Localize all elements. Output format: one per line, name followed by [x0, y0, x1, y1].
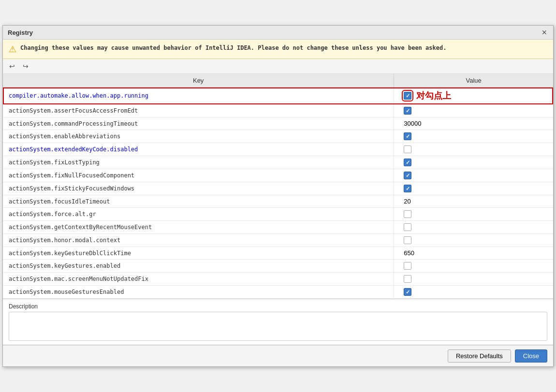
table-row: actionSystem.fixLostTyping [3, 156, 553, 169]
table-row: actionSystem.mouseGesturesEnabled [3, 286, 553, 299]
checkbox[interactable] [404, 185, 411, 192]
table-row: actionSystem.fixStickyFocusedWindows [3, 182, 553, 195]
checkbox[interactable] [404, 275, 411, 283]
value-cell[interactable] [394, 260, 553, 273]
description-label: Description [9, 303, 547, 310]
key-cell: actionSystem.extendedKeyCode.disabled [3, 143, 394, 156]
key-cell: actionSystem.honor.modal.context [3, 234, 394, 247]
value-cell[interactable] [394, 273, 553, 286]
redo-button[interactable]: ↪ [20, 61, 31, 72]
checkbox[interactable] [404, 107, 411, 115]
registry-table: Key Value compiler.automake.allow.when.a… [3, 74, 553, 299]
value-cell: 20 [394, 195, 553, 208]
table-row: actionSystem.extendedKeyCode.disabled [3, 143, 553, 156]
dialog-title: Registry [8, 29, 33, 36]
col-value-header: Value [394, 74, 553, 87]
key-cell: actionSystem.mac.screenMenuNotUpdatedFix [3, 273, 394, 286]
checkbox[interactable] [404, 210, 411, 218]
table-body: compiler.automake.allow.when.app.running… [3, 87, 553, 299]
registry-dialog: Registry ✕ ⚠ Changing these values may c… [2, 25, 554, 367]
table-header-row: Key Value [3, 74, 553, 87]
key-cell: actionSystem.force.alt.gr [3, 208, 394, 221]
close-button[interactable]: Close [515, 349, 547, 363]
key-cell: actionSystem.focusIdleTimeout [3, 195, 394, 208]
key-cell: actionSystem.keyGestureDblClickTime [3, 247, 394, 260]
value-cell[interactable] [394, 156, 553, 169]
checkbox[interactable] [404, 236, 411, 244]
key-cell: actionSystem.enableAbbreviations [3, 130, 394, 143]
footer: Restore Defaults Close [3, 345, 553, 366]
table-row: actionSystem.mac.screenMenuNotUpdatedFix [3, 273, 553, 286]
value-cell[interactable] [394, 208, 553, 221]
key-cell: actionSystem.keyGestures.enabled [3, 260, 394, 273]
value-cell[interactable] [394, 130, 553, 143]
value-cell[interactable] [394, 221, 553, 234]
table-row: actionSystem.keyGestures.enabled [3, 260, 553, 273]
toolbar: ↩ ↪ [3, 59, 553, 74]
value-cell[interactable] [394, 286, 553, 299]
table-row: actionSystem.enableAbbreviations [3, 130, 553, 143]
checkbox[interactable] [404, 172, 411, 179]
col-key-header: Key [3, 74, 394, 87]
checkbox[interactable] [404, 288, 411, 296]
checkbox[interactable] [404, 132, 411, 140]
checkbox[interactable] [404, 92, 411, 100]
close-icon[interactable]: ✕ [541, 29, 548, 36]
key-cell: compiler.automake.allow.when.app.running [3, 87, 394, 104]
checkbox[interactable] [404, 223, 411, 231]
description-section: Description [3, 299, 553, 345]
key-cell: actionSystem.assertFocusAccessFromEdt [3, 104, 394, 117]
value-cell[interactable] [394, 182, 553, 195]
checkbox[interactable] [404, 262, 411, 270]
table-row: actionSystem.fixNullFocusedComponent [3, 169, 553, 182]
value-cell[interactable] [394, 143, 553, 156]
table-row: actionSystem.force.alt.gr [3, 208, 553, 221]
title-bar: Registry ✕ [3, 26, 553, 40]
restore-defaults-button[interactable]: Restore Defaults [448, 349, 511, 363]
checkbox[interactable] [404, 159, 411, 166]
value-cell: 650 [394, 247, 553, 260]
table-row: actionSystem.honor.modal.context [3, 234, 553, 247]
undo-button[interactable]: ↩ [7, 61, 17, 72]
key-cell: actionSystem.fixLostTyping [3, 156, 394, 169]
annotation-text: 对勾点上 [416, 90, 451, 102]
table-row: actionSystem.focusIdleTimeout20 [3, 195, 553, 208]
warning-bar: ⚠ Changing these values may cause unwant… [3, 40, 553, 59]
key-cell: actionSystem.mouseGesturesEnabled [3, 286, 394, 299]
key-cell: actionSystem.fixStickyFocusedWindows [3, 182, 394, 195]
value-cell[interactable] [394, 169, 553, 182]
value-cell[interactable] [394, 234, 553, 247]
checkbox[interactable] [404, 145, 411, 153]
warning-icon: ⚠ [9, 44, 16, 55]
table-row: actionSystem.keyGestureDblClickTime650 [3, 247, 553, 260]
table-row: actionSystem.getContextByRecentMouseEven… [3, 221, 553, 234]
value-cell[interactable] [394, 104, 553, 117]
value-cell[interactable]: 对勾点上 [394, 87, 553, 104]
table-row: actionSystem.commandProcessingTimeout300… [3, 117, 553, 130]
key-cell: actionSystem.commandProcessingTimeout [3, 117, 394, 130]
key-cell: actionSystem.getContextByRecentMouseEven… [3, 221, 394, 234]
warning-text: Changing these values may cause unwanted… [20, 44, 446, 52]
table-row: actionSystem.assertFocusAccessFromEdt [3, 104, 553, 117]
table-row: compiler.automake.allow.when.app.running… [3, 87, 553, 104]
value-cell: 30000 [394, 117, 553, 130]
key-cell: actionSystem.fixNullFocusedComponent [3, 169, 394, 182]
registry-table-container: Key Value compiler.automake.allow.when.a… [3, 74, 553, 299]
description-box [9, 312, 547, 341]
